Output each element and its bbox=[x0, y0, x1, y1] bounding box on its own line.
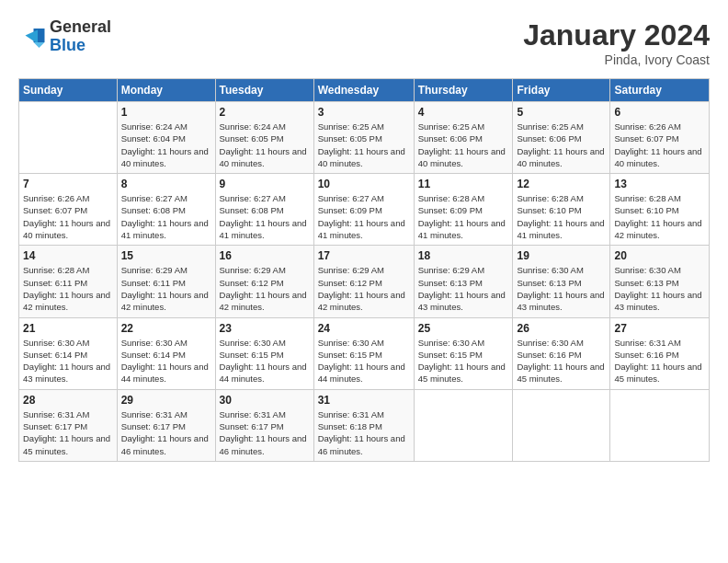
day-number: 3 bbox=[318, 106, 410, 119]
day-number: 8 bbox=[121, 178, 211, 190]
month-title: January 2024 bbox=[523, 18, 710, 52]
day-number: 21 bbox=[23, 322, 113, 335]
day-info: Sunrise: 6:30 AMSunset: 6:15 PMDaylight:… bbox=[220, 337, 310, 385]
col-friday: Friday bbox=[513, 79, 610, 102]
logo: General Blue bbox=[18, 18, 111, 55]
day-cell: 29 Sunrise: 6:31 AMSunset: 6:17 PMDaylig… bbox=[117, 389, 215, 461]
day-cell bbox=[513, 389, 610, 461]
week-row-2: 7 Sunrise: 6:26 AMSunset: 6:07 PMDayligh… bbox=[19, 174, 710, 246]
day-cell: 16 Sunrise: 6:29 AMSunset: 6:12 PMDaylig… bbox=[215, 246, 313, 317]
day-cell: 27 Sunrise: 6:31 AMSunset: 6:16 PMDaylig… bbox=[610, 317, 710, 389]
week-row-3: 14 Sunrise: 6:28 AMSunset: 6:11 PMDaylig… bbox=[19, 246, 710, 317]
day-info: Sunrise: 6:30 AMSunset: 6:13 PMDaylight:… bbox=[614, 264, 705, 313]
calendar-table: Sunday Monday Tuesday Wednesday Thursday… bbox=[18, 78, 710, 462]
day-info: Sunrise: 6:28 AMSunset: 6:09 PMDaylight:… bbox=[418, 192, 509, 241]
week-row-1: 1 Sunrise: 6:24 AMSunset: 6:04 PMDayligh… bbox=[19, 102, 710, 174]
day-info: Sunrise: 6:25 AMSunset: 6:06 PMDaylight:… bbox=[517, 121, 606, 169]
location-subtitle: Pinda, Ivory Coast bbox=[523, 52, 710, 67]
day-info: Sunrise: 6:26 AMSunset: 6:07 PMDaylight:… bbox=[614, 121, 705, 169]
day-cell: 10 Sunrise: 6:27 AMSunset: 6:09 PMDaylig… bbox=[313, 174, 414, 246]
day-info: Sunrise: 6:31 AMSunset: 6:16 PMDaylight:… bbox=[614, 337, 705, 385]
day-number: 9 bbox=[220, 178, 310, 190]
calendar-page: General Blue January 2024 Pinda, Ivory C… bbox=[0, 0, 728, 563]
day-cell: 20 Sunrise: 6:30 AMSunset: 6:13 PMDaylig… bbox=[610, 246, 710, 317]
day-number: 25 bbox=[418, 322, 509, 335]
svg-marker-1 bbox=[26, 29, 39, 43]
logo-icon bbox=[18, 23, 46, 51]
day-cell: 18 Sunrise: 6:29 AMSunset: 6:13 PMDaylig… bbox=[414, 246, 513, 317]
day-number: 13 bbox=[614, 178, 705, 190]
day-cell: 13 Sunrise: 6:28 AMSunset: 6:10 PMDaylig… bbox=[610, 174, 710, 246]
day-number: 24 bbox=[318, 322, 410, 335]
day-number: 16 bbox=[220, 249, 310, 262]
day-info: Sunrise: 6:30 AMSunset: 6:14 PMDaylight:… bbox=[23, 337, 113, 385]
day-cell: 23 Sunrise: 6:30 AMSunset: 6:15 PMDaylig… bbox=[215, 317, 313, 389]
day-cell bbox=[19, 102, 118, 174]
week-row-5: 28 Sunrise: 6:31 AMSunset: 6:17 PMDaylig… bbox=[19, 389, 710, 461]
day-info: Sunrise: 6:30 AMSunset: 6:14 PMDaylight:… bbox=[121, 337, 211, 385]
day-number: 22 bbox=[121, 322, 211, 335]
svg-marker-2 bbox=[34, 42, 45, 48]
day-cell bbox=[610, 389, 710, 461]
day-cell: 24 Sunrise: 6:30 AMSunset: 6:15 PMDaylig… bbox=[313, 317, 414, 389]
day-info: Sunrise: 6:24 AMSunset: 6:05 PMDaylight:… bbox=[220, 121, 310, 169]
day-cell: 15 Sunrise: 6:29 AMSunset: 6:11 PMDaylig… bbox=[117, 246, 215, 317]
day-number: 30 bbox=[220, 394, 310, 407]
day-info: Sunrise: 6:31 AMSunset: 6:17 PMDaylight:… bbox=[121, 408, 211, 457]
day-info: Sunrise: 6:27 AMSunset: 6:09 PMDaylight:… bbox=[318, 192, 410, 241]
day-number: 11 bbox=[418, 178, 509, 190]
title-section: January 2024 Pinda, Ivory Coast bbox=[523, 18, 710, 67]
day-info: Sunrise: 6:26 AMSunset: 6:07 PMDaylight:… bbox=[23, 192, 113, 241]
day-cell: 1 Sunrise: 6:24 AMSunset: 6:04 PMDayligh… bbox=[117, 102, 215, 174]
logo-blue: Blue bbox=[50, 37, 111, 55]
col-saturday: Saturday bbox=[610, 79, 710, 102]
day-cell: 2 Sunrise: 6:24 AMSunset: 6:05 PMDayligh… bbox=[215, 102, 313, 174]
day-info: Sunrise: 6:31 AMSunset: 6:17 PMDaylight:… bbox=[220, 408, 310, 457]
day-number: 12 bbox=[517, 178, 606, 190]
day-info: Sunrise: 6:25 AMSunset: 6:06 PMDaylight:… bbox=[418, 121, 509, 169]
col-wednesday: Wednesday bbox=[313, 79, 414, 102]
header-row: Sunday Monday Tuesday Wednesday Thursday… bbox=[19, 79, 710, 102]
day-number: 31 bbox=[318, 394, 410, 407]
day-info: Sunrise: 6:29 AMSunset: 6:13 PMDaylight:… bbox=[418, 264, 509, 313]
logo-general: General bbox=[50, 18, 111, 37]
day-cell: 31 Sunrise: 6:31 AMSunset: 6:18 PMDaylig… bbox=[313, 389, 414, 461]
day-info: Sunrise: 6:28 AMSunset: 6:10 PMDaylight:… bbox=[614, 192, 705, 241]
day-cell: 21 Sunrise: 6:30 AMSunset: 6:14 PMDaylig… bbox=[19, 317, 118, 389]
day-cell: 3 Sunrise: 6:25 AMSunset: 6:05 PMDayligh… bbox=[313, 102, 414, 174]
day-cell: 30 Sunrise: 6:31 AMSunset: 6:17 PMDaylig… bbox=[215, 389, 313, 461]
day-number: 15 bbox=[121, 249, 211, 262]
day-info: Sunrise: 6:30 AMSunset: 6:13 PMDaylight:… bbox=[517, 264, 606, 313]
day-info: Sunrise: 6:25 AMSunset: 6:05 PMDaylight:… bbox=[318, 121, 410, 169]
day-number: 18 bbox=[418, 249, 509, 262]
day-number: 2 bbox=[220, 106, 310, 119]
day-cell: 7 Sunrise: 6:26 AMSunset: 6:07 PMDayligh… bbox=[19, 174, 118, 246]
col-sunday: Sunday bbox=[19, 79, 118, 102]
day-info: Sunrise: 6:30 AMSunset: 6:15 PMDaylight:… bbox=[418, 337, 509, 385]
day-info: Sunrise: 6:29 AMSunset: 6:11 PMDaylight:… bbox=[121, 264, 211, 313]
day-cell: 22 Sunrise: 6:30 AMSunset: 6:14 PMDaylig… bbox=[117, 317, 215, 389]
day-info: Sunrise: 6:28 AMSunset: 6:11 PMDaylight:… bbox=[23, 264, 113, 313]
day-info: Sunrise: 6:27 AMSunset: 6:08 PMDaylight:… bbox=[220, 192, 310, 241]
logo-text: General Blue bbox=[50, 18, 111, 55]
week-row-4: 21 Sunrise: 6:30 AMSunset: 6:14 PMDaylig… bbox=[19, 317, 710, 389]
day-number: 27 bbox=[614, 322, 705, 335]
day-info: Sunrise: 6:30 AMSunset: 6:15 PMDaylight:… bbox=[318, 337, 410, 385]
day-cell: 26 Sunrise: 6:30 AMSunset: 6:16 PMDaylig… bbox=[513, 317, 610, 389]
day-number: 17 bbox=[318, 249, 410, 262]
day-info: Sunrise: 6:24 AMSunset: 6:04 PMDaylight:… bbox=[121, 121, 211, 169]
day-cell: 8 Sunrise: 6:27 AMSunset: 6:08 PMDayligh… bbox=[117, 174, 215, 246]
day-cell bbox=[414, 389, 513, 461]
day-cell: 4 Sunrise: 6:25 AMSunset: 6:06 PMDayligh… bbox=[414, 102, 513, 174]
day-info: Sunrise: 6:30 AMSunset: 6:16 PMDaylight:… bbox=[517, 337, 606, 385]
header: General Blue January 2024 Pinda, Ivory C… bbox=[18, 18, 710, 67]
day-number: 26 bbox=[517, 322, 606, 335]
col-thursday: Thursday bbox=[414, 79, 513, 102]
day-number: 20 bbox=[614, 249, 705, 262]
day-number: 19 bbox=[517, 249, 606, 262]
day-info: Sunrise: 6:31 AMSunset: 6:17 PMDaylight:… bbox=[23, 408, 113, 457]
day-cell: 9 Sunrise: 6:27 AMSunset: 6:08 PMDayligh… bbox=[215, 174, 313, 246]
day-cell: 14 Sunrise: 6:28 AMSunset: 6:11 PMDaylig… bbox=[19, 246, 118, 317]
col-monday: Monday bbox=[117, 79, 215, 102]
day-number: 5 bbox=[517, 106, 606, 119]
